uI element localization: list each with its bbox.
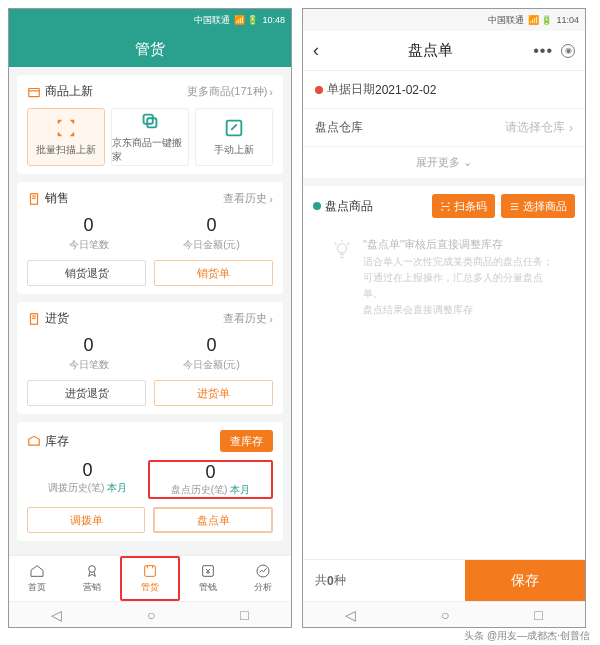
nav-home-icon[interactable]: ○ bbox=[147, 607, 155, 623]
money-icon bbox=[200, 563, 216, 579]
system-nav: ◁ ○ □ bbox=[303, 601, 585, 627]
row-date[interactable]: 单据日期 2021-02-02 bbox=[303, 71, 585, 109]
chart-icon bbox=[255, 563, 271, 579]
target-icon[interactable]: ◉ bbox=[561, 44, 575, 58]
sales-history-link[interactable]: 查看历史› bbox=[223, 191, 273, 206]
scan-barcode-button[interactable]: 扫条码 bbox=[432, 194, 495, 218]
more-menu-button[interactable]: ••• bbox=[529, 42, 557, 60]
nav-recent-icon[interactable]: □ bbox=[240, 607, 248, 623]
empty-state-tip: "盘点单"审核后直接调整库存 适合单人一次性完成某类商品的盘点任务； 可通过在上… bbox=[303, 226, 585, 318]
system-nav: ◁ ○ □ bbox=[9, 601, 291, 627]
page-title: 管货 bbox=[135, 40, 165, 59]
carrier: 中国联通 bbox=[488, 14, 524, 27]
nav-back-icon[interactable]: ◁ bbox=[51, 607, 62, 623]
receipt-icon bbox=[27, 312, 41, 326]
box-icon bbox=[27, 85, 41, 99]
card-title: 销售 bbox=[45, 190, 69, 207]
status-bar: 中国联通 📶 🔋 11:04 bbox=[303, 9, 585, 31]
required-dot-icon bbox=[315, 86, 323, 94]
chevron-down-icon: ⌄ bbox=[463, 156, 472, 168]
status-icons: 📶 🔋 bbox=[528, 15, 553, 25]
card-title: 库存 bbox=[45, 433, 69, 450]
more-goods-link[interactable]: 更多商品(171种)› bbox=[187, 84, 273, 99]
card-stock: 库存 查库存 0调拨历史(笔) 本月 0盘点历史(笔) 本月 调拨单 盘点单 bbox=[17, 422, 283, 541]
svg-rect-0 bbox=[29, 88, 40, 96]
goods-section-label: 盘点商品 bbox=[325, 198, 373, 215]
card-title: 商品上新 bbox=[45, 83, 93, 100]
page-title: 盘点单 bbox=[331, 41, 529, 60]
list-icon bbox=[509, 201, 520, 212]
tab-marketing[interactable]: 营销 bbox=[65, 556, 121, 601]
title-bar: ‹ 盘点单 ••• ◉ bbox=[303, 31, 585, 71]
tab-analytics[interactable]: 分析 bbox=[235, 556, 291, 601]
copy-icon bbox=[139, 110, 161, 132]
expand-more-button[interactable]: 展开更多 ⌄ bbox=[303, 147, 585, 178]
card-sales: 销售 查看历史› 0今日笔数 0今日金额(元) 销货退货 销货单 bbox=[17, 182, 283, 294]
inventory-check-button[interactable]: 盘点单 bbox=[153, 507, 273, 533]
title-bar: 管货 bbox=[9, 31, 291, 67]
chevron-right-icon: › bbox=[269, 86, 273, 98]
attribution-text: 头条 @用友—成都杰·创普信 bbox=[464, 629, 590, 643]
medal-icon bbox=[84, 563, 100, 579]
save-button[interactable]: 保存 bbox=[465, 560, 585, 601]
status-bar: 中国联通 📶 🔋 10:48 bbox=[9, 9, 291, 31]
sales-order-button[interactable]: 销货单 bbox=[154, 260, 273, 286]
status-time: 11:04 bbox=[556, 15, 579, 25]
tab-goods[interactable]: 管货 bbox=[120, 556, 180, 601]
barcode-icon bbox=[440, 201, 451, 212]
edit-icon bbox=[223, 117, 245, 139]
status-time: 10:48 bbox=[262, 15, 285, 25]
nav-home-icon[interactable]: ○ bbox=[441, 607, 449, 623]
tab-money[interactable]: 管钱 bbox=[180, 556, 236, 601]
footer-bar: 共0种 保存 bbox=[303, 559, 585, 601]
phone-left: 中国联通 📶 🔋 10:48 管货 商品上新 更多商品(171种)› 批量扫描上… bbox=[8, 8, 292, 628]
main-scroll[interactable]: 商品上新 更多商品(171种)› 批量扫描上新 京东商品一键搬家 手动上新 bbox=[9, 67, 291, 555]
purchase-history-link[interactable]: 查看历史› bbox=[223, 311, 273, 326]
lightbulb-icon bbox=[331, 240, 353, 262]
phone-right: 中国联通 📶 🔋 11:04 ‹ 盘点单 ••• ◉ 单据日期 2021-02-… bbox=[302, 8, 586, 628]
card-purchase: 进货 查看历史› 0今日笔数 0今日金额(元) 进货退货 进货单 bbox=[17, 302, 283, 414]
goods-icon bbox=[142, 563, 158, 579]
check-stock-button[interactable]: 查库存 bbox=[220, 430, 273, 452]
nav-recent-icon[interactable]: □ bbox=[534, 607, 542, 623]
svg-point-6 bbox=[89, 566, 96, 573]
item-count: 共0种 bbox=[303, 560, 465, 601]
tile-jd-import[interactable]: 京东商品一键搬家 bbox=[111, 108, 189, 166]
purchase-order-button[interactable]: 进货单 bbox=[154, 380, 273, 406]
section-dot-icon bbox=[313, 202, 321, 210]
card-new-goods: 商品上新 更多商品(171种)› 批量扫描上新 京东商品一键搬家 手动上新 bbox=[17, 75, 283, 174]
card-title: 进货 bbox=[45, 310, 69, 327]
bottom-tabs: 首页 营销 管货 管钱 分析 bbox=[9, 555, 291, 601]
carrier: 中国联通 bbox=[194, 14, 230, 27]
chevron-right-icon: › bbox=[569, 121, 573, 135]
date-value: 2021-02-02 bbox=[375, 83, 573, 97]
status-icons: 📶 🔋 bbox=[234, 15, 259, 25]
nav-back-icon[interactable]: ◁ bbox=[345, 607, 356, 623]
home-icon bbox=[29, 563, 45, 579]
tab-home[interactable]: 首页 bbox=[9, 556, 65, 601]
receipt-icon bbox=[27, 192, 41, 206]
select-goods-button[interactable]: 选择商品 bbox=[501, 194, 575, 218]
tile-batch-scan[interactable]: 批量扫描上新 bbox=[27, 108, 105, 166]
transfer-order-button[interactable]: 调拨单 bbox=[27, 507, 145, 533]
back-button[interactable]: ‹ bbox=[313, 40, 331, 61]
tile-manual-add[interactable]: 手动上新 bbox=[195, 108, 273, 166]
purchase-return-button[interactable]: 进货退货 bbox=[27, 380, 146, 406]
svg-point-10 bbox=[337, 244, 346, 253]
row-warehouse[interactable]: 盘点仓库 请选择仓库 › bbox=[303, 109, 585, 147]
scan-icon bbox=[55, 117, 77, 139]
sales-return-button[interactable]: 销货退货 bbox=[27, 260, 146, 286]
warehouse-placeholder: 请选择仓库 bbox=[375, 119, 565, 136]
stock-icon bbox=[27, 434, 41, 448]
svg-rect-7 bbox=[145, 566, 156, 577]
